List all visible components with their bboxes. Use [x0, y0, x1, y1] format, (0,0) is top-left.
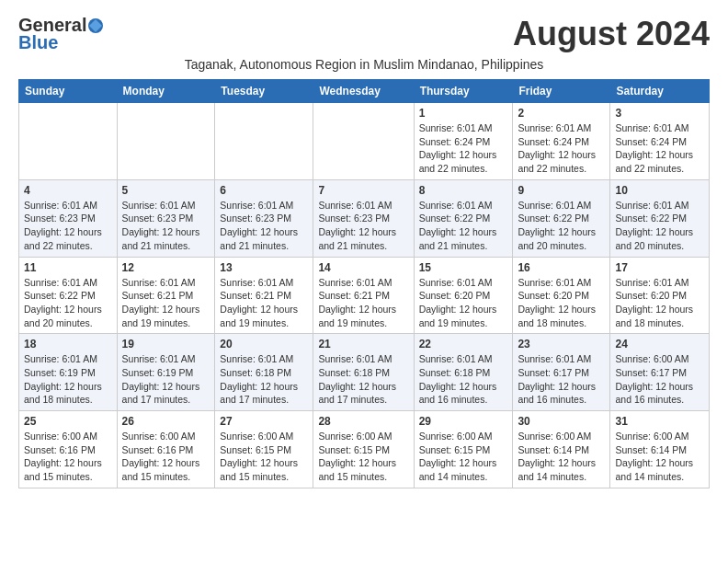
day-number: 11	[24, 261, 112, 274]
day-info: Sunrise: 6:01 AM Sunset: 6:23 PM Dayligh…	[122, 199, 210, 253]
day-number: 2	[518, 107, 605, 120]
calendar-cell: 26Sunrise: 6:00 AM Sunset: 6:16 PM Dayli…	[117, 411, 215, 488]
day-header-sunday: Sunday	[19, 80, 118, 103]
logo-blue-text: Blue	[18, 32, 58, 53]
day-number: 24	[615, 338, 704, 350]
day-info: Sunrise: 6:01 AM Sunset: 6:18 PM Dayligh…	[419, 352, 508, 407]
day-info: Sunrise: 6:01 AM Sunset: 6:20 PM Dayligh…	[518, 276, 605, 330]
day-number: 26	[122, 415, 210, 428]
calendar-cell: 25Sunrise: 6:00 AM Sunset: 6:16 PM Dayli…	[19, 411, 118, 488]
calendar-cell: 30Sunrise: 6:00 AM Sunset: 6:14 PM Dayli…	[513, 411, 610, 488]
day-info: Sunrise: 6:01 AM Sunset: 6:22 PM Dayligh…	[615, 199, 704, 253]
calendar-cell: 8Sunrise: 6:01 AM Sunset: 6:22 PM Daylig…	[414, 179, 513, 257]
day-info: Sunrise: 6:01 AM Sunset: 6:24 PM Dayligh…	[615, 121, 704, 176]
day-info: Sunrise: 6:00 AM Sunset: 6:16 PM Dayligh…	[24, 430, 112, 484]
calendar-cell	[313, 103, 414, 180]
calendar-cell: 14Sunrise: 6:01 AM Sunset: 6:21 PM Dayli…	[313, 257, 414, 334]
calendar-cell: 28Sunrise: 6:00 AM Sunset: 6:15 PM Dayli…	[313, 411, 414, 488]
day-number: 10	[615, 184, 704, 197]
calendar-cell: 23Sunrise: 6:01 AM Sunset: 6:17 PM Dayli…	[513, 334, 610, 411]
calendar-cell	[19, 103, 118, 180]
day-info: Sunrise: 6:01 AM Sunset: 6:23 PM Dayligh…	[220, 199, 308, 253]
day-info: Sunrise: 6:01 AM Sunset: 6:23 PM Dayligh…	[24, 199, 112, 253]
day-number: 17	[615, 261, 704, 274]
calendar-cell: 31Sunrise: 6:00 AM Sunset: 6:14 PM Dayli…	[610, 411, 710, 488]
day-info: Sunrise: 6:01 AM Sunset: 6:18 PM Dayligh…	[220, 352, 308, 407]
calendar-cell: 3Sunrise: 6:01 AM Sunset: 6:24 PM Daylig…	[610, 103, 710, 180]
month-title: August 2024	[513, 15, 710, 53]
day-info: Sunrise: 6:01 AM Sunset: 6:20 PM Dayligh…	[615, 276, 704, 330]
day-info: Sunrise: 6:01 AM Sunset: 6:24 PM Dayligh…	[419, 121, 508, 176]
calendar-cell: 11Sunrise: 6:01 AM Sunset: 6:22 PM Dayli…	[19, 257, 118, 334]
day-number: 16	[518, 261, 605, 274]
calendar-cell: 2Sunrise: 6:01 AM Sunset: 6:24 PM Daylig…	[513, 103, 610, 180]
day-number: 18	[24, 338, 112, 350]
day-number: 20	[220, 338, 308, 350]
day-number: 21	[318, 338, 408, 350]
day-header-wednesday: Wednesday	[313, 80, 414, 103]
day-info: Sunrise: 6:01 AM Sunset: 6:18 PM Dayligh…	[318, 352, 408, 407]
calendar-cell: 15Sunrise: 6:01 AM Sunset: 6:20 PM Dayli…	[414, 257, 513, 334]
day-number: 7	[318, 184, 408, 197]
logo: General Blue	[18, 15, 104, 53]
calendar-cell: 6Sunrise: 6:01 AM Sunset: 6:23 PM Daylig…	[215, 179, 313, 257]
day-header-thursday: Thursday	[414, 80, 513, 103]
calendar-cell: 21Sunrise: 6:01 AM Sunset: 6:18 PM Dayli…	[313, 334, 414, 411]
day-number: 14	[318, 261, 408, 274]
calendar-cell: 19Sunrise: 6:01 AM Sunset: 6:19 PM Dayli…	[117, 334, 215, 411]
day-header-friday: Friday	[513, 80, 610, 103]
calendar-cell: 5Sunrise: 6:01 AM Sunset: 6:23 PM Daylig…	[117, 179, 215, 257]
day-info: Sunrise: 6:01 AM Sunset: 6:24 PM Dayligh…	[518, 121, 605, 176]
day-info: Sunrise: 6:00 AM Sunset: 6:16 PM Dayligh…	[122, 430, 210, 484]
day-number: 30	[518, 415, 605, 428]
day-header-tuesday: Tuesday	[215, 80, 313, 103]
day-info: Sunrise: 6:01 AM Sunset: 6:21 PM Dayligh…	[122, 276, 210, 330]
day-info: Sunrise: 6:01 AM Sunset: 6:22 PM Dayligh…	[419, 199, 508, 253]
day-number: 23	[518, 338, 605, 350]
day-header-monday: Monday	[117, 80, 215, 103]
day-number: 31	[615, 415, 704, 428]
calendar-cell: 22Sunrise: 6:01 AM Sunset: 6:18 PM Dayli…	[414, 334, 513, 411]
day-number: 12	[122, 261, 210, 274]
day-info: Sunrise: 6:01 AM Sunset: 6:22 PM Dayligh…	[24, 276, 112, 330]
day-number: 1	[419, 107, 508, 120]
calendar-cell: 17Sunrise: 6:01 AM Sunset: 6:20 PM Dayli…	[610, 257, 710, 334]
calendar-cell: 16Sunrise: 6:01 AM Sunset: 6:20 PM Dayli…	[513, 257, 610, 334]
calendar-cell: 24Sunrise: 6:00 AM Sunset: 6:17 PM Dayli…	[610, 334, 710, 411]
day-number: 3	[615, 107, 704, 120]
day-number: 25	[24, 415, 112, 428]
day-info: Sunrise: 6:01 AM Sunset: 6:19 PM Dayligh…	[24, 352, 112, 407]
day-info: Sunrise: 6:00 AM Sunset: 6:17 PM Dayligh…	[615, 352, 704, 407]
day-number: 29	[419, 415, 508, 428]
day-info: Sunrise: 6:01 AM Sunset: 6:19 PM Dayligh…	[122, 352, 210, 407]
day-number: 19	[122, 338, 210, 350]
day-number: 13	[220, 261, 308, 274]
day-number: 27	[220, 415, 308, 428]
day-info: Sunrise: 6:00 AM Sunset: 6:15 PM Dayligh…	[419, 430, 508, 484]
day-header-saturday: Saturday	[610, 80, 710, 103]
calendar-cell: 4Sunrise: 6:01 AM Sunset: 6:23 PM Daylig…	[19, 179, 118, 257]
day-number: 6	[220, 184, 308, 197]
calendar-cell: 29Sunrise: 6:00 AM Sunset: 6:15 PM Dayli…	[414, 411, 513, 488]
subtitle: Taganak, Autonomous Region in Muslim Min…	[18, 57, 710, 72]
logo-icon	[87, 17, 104, 34]
day-number: 9	[518, 184, 605, 197]
day-number: 28	[318, 415, 408, 428]
day-info: Sunrise: 6:00 AM Sunset: 6:14 PM Dayligh…	[615, 430, 704, 484]
calendar-cell: 27Sunrise: 6:00 AM Sunset: 6:15 PM Dayli…	[215, 411, 313, 488]
day-info: Sunrise: 6:00 AM Sunset: 6:15 PM Dayligh…	[220, 430, 308, 484]
calendar-cell: 7Sunrise: 6:01 AM Sunset: 6:23 PM Daylig…	[313, 179, 414, 257]
calendar-table: SundayMondayTuesdayWednesdayThursdayFrid…	[18, 79, 710, 488]
calendar-cell: 12Sunrise: 6:01 AM Sunset: 6:21 PM Dayli…	[117, 257, 215, 334]
day-number: 8	[419, 184, 508, 197]
calendar-cell: 10Sunrise: 6:01 AM Sunset: 6:22 PM Dayli…	[610, 179, 710, 257]
calendar-cell: 9Sunrise: 6:01 AM Sunset: 6:22 PM Daylig…	[513, 179, 610, 257]
day-number: 5	[122, 184, 210, 197]
header: General Blue August 2024	[18, 15, 710, 53]
calendar-cell: 18Sunrise: 6:01 AM Sunset: 6:19 PM Dayli…	[19, 334, 118, 411]
day-info: Sunrise: 6:01 AM Sunset: 6:17 PM Dayligh…	[518, 352, 605, 407]
calendar-cell	[117, 103, 215, 180]
day-number: 15	[419, 261, 508, 274]
day-info: Sunrise: 6:01 AM Sunset: 6:20 PM Dayligh…	[419, 276, 508, 330]
day-number: 4	[24, 184, 112, 197]
